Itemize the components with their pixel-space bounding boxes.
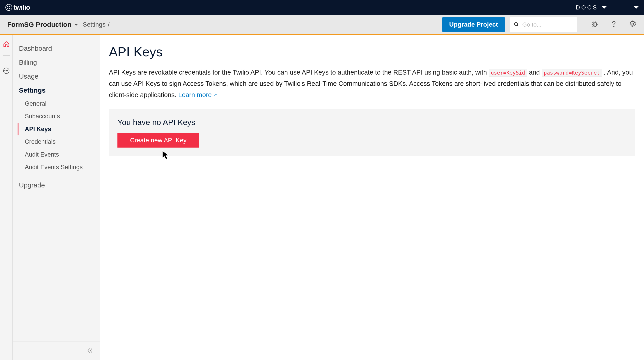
sidebar-subitem-subaccounts[interactable]: Subaccounts — [18, 110, 100, 123]
create-api-key-button[interactable]: Create new API Key — [118, 133, 199, 148]
desc-text-1: API Keys are revokable credentials for t… — [109, 69, 489, 76]
desc-text-2: and — [527, 69, 542, 76]
sidebar-subitem-general[interactable]: General — [18, 97, 100, 110]
sidebar-item-billing[interactable]: Billing — [12, 55, 100, 69]
empty-state-title: You have no API Keys — [118, 118, 626, 127]
breadcrumb-item[interactable]: Settings — [83, 21, 106, 28]
search-icon — [514, 22, 519, 27]
svg-line-9 — [596, 26, 597, 26]
page-title: API Keys — [109, 44, 635, 59]
sidebar: Dashboard Billing Usage Settings General… — [12, 35, 100, 360]
svg-line-11 — [596, 21, 596, 22]
account-menu-chevron-icon[interactable] — [634, 6, 638, 9]
sidebar-item-settings[interactable]: Settings — [12, 83, 100, 97]
more-rail-icon[interactable] — [2, 67, 10, 75]
empty-state-panel: You have no API Keys Create new API Key — [109, 109, 635, 156]
main-content: API Keys API Keys are revokable credenti… — [100, 35, 644, 360]
sidebar-subitem-audit-events[interactable]: Audit Events — [18, 148, 100, 161]
chevron-down-icon — [74, 24, 78, 26]
learn-more-label: Learn more — [178, 89, 212, 101]
sidebar-subitem-api-keys[interactable]: API Keys — [18, 123, 100, 135]
page-description: API Keys are revokable credentials for t… — [109, 67, 635, 101]
svg-line-8 — [592, 26, 594, 26]
toolbar-icons — [591, 20, 637, 29]
gear-icon[interactable] — [629, 20, 637, 29]
sidebar-item-usage[interactable]: Usage — [12, 69, 100, 83]
sidebar-item-dashboard[interactable]: Dashboard — [12, 41, 100, 55]
twilio-logo[interactable]: twilio — [6, 3, 30, 11]
sidebar-subitem-credentials[interactable]: Credentials — [18, 135, 100, 148]
svg-point-0 — [514, 22, 518, 26]
svg-point-12 — [614, 26, 614, 26]
docs-menu[interactable]: DOCS — [576, 4, 606, 11]
code-user: user=KeySid — [489, 69, 527, 77]
breadcrumb: Settings / — [83, 21, 110, 28]
code-password: password=KeySecret — [542, 69, 602, 77]
twilio-logo-icon — [6, 4, 12, 11]
brand-text: twilio — [14, 3, 30, 11]
sidebar-subitems: General Subaccounts API Keys Credentials… — [12, 97, 100, 178]
debug-icon[interactable] — [591, 20, 599, 29]
top-nav: twilio DOCS — [0, 0, 644, 15]
sidebar-subitem-audit-events-settings[interactable]: Audit Events Settings — [18, 161, 100, 173]
chevron-down-icon — [602, 6, 606, 9]
project-bar: FormSG Production Settings / Upgrade Pro… — [0, 15, 644, 35]
sidebar-item-upgrade[interactable]: Upgrade — [12, 178, 100, 192]
svg-point-15 — [4, 70, 5, 71]
svg-line-10 — [594, 21, 594, 22]
svg-line-6 — [592, 22, 594, 23]
home-rail-icon[interactable] — [2, 40, 10, 48]
svg-line-7 — [596, 22, 597, 23]
project-name: FormSG Production — [7, 21, 72, 28]
collapse-sidebar-icon[interactable] — [86, 347, 93, 355]
svg-point-16 — [6, 70, 6, 71]
svg-point-17 — [7, 70, 8, 71]
search-box[interactable] — [510, 17, 577, 32]
docs-label: DOCS — [576, 4, 598, 11]
help-icon[interactable] — [610, 20, 618, 29]
learn-more-link[interactable]: Learn more ↗ — [178, 89, 217, 101]
upgrade-project-button[interactable]: Upgrade Project — [442, 17, 505, 32]
svg-point-13 — [632, 23, 634, 25]
sidebar-footer — [12, 342, 100, 360]
icon-rail — [0, 35, 12, 360]
breadcrumb-separator: / — [108, 21, 110, 28]
search-input[interactable] — [522, 21, 573, 28]
project-selector[interactable]: FormSG Production — [7, 21, 78, 28]
svg-line-1 — [517, 25, 518, 26]
external-link-icon: ↗ — [213, 91, 217, 99]
